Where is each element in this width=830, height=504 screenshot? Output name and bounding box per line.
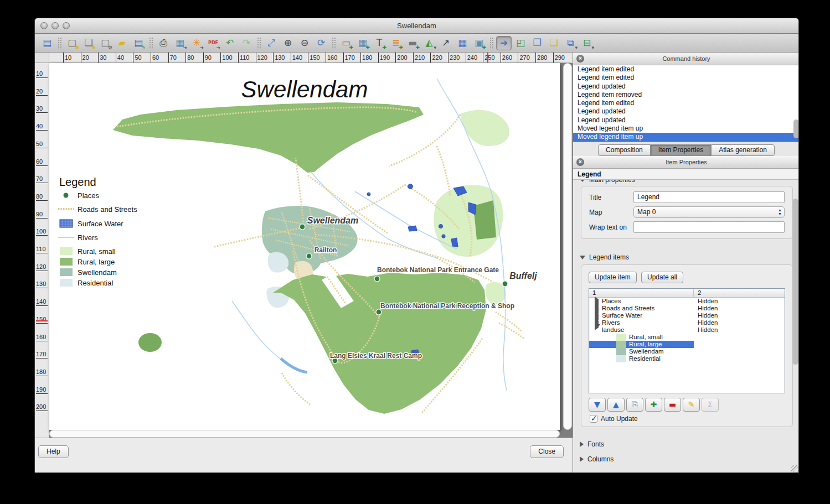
save-as-template-button[interactable]: ▤✎ [131, 36, 146, 50]
tree-row-roads[interactable]: Roads and Streets Hidden [589, 305, 785, 312]
export-pdf-button[interactable]: PDF➜ [205, 36, 221, 50]
new-composition-button[interactable]: ▢✱ [64, 36, 80, 50]
move-item-down-button[interactable]: ▼ [589, 398, 606, 412]
tree-child-swellendam[interactable]: Swellendam [589, 348, 785, 355]
history-item[interactable]: Legend item edited [573, 74, 799, 82]
refresh-button[interactable]: ⟳ [313, 36, 329, 50]
command-history-list[interactable]: Legend item edited Legend item edited Le… [573, 65, 799, 142]
composition-page[interactable]: Swellendam [49, 63, 560, 430]
add-label-button[interactable]: T✚ [372, 36, 387, 50]
duplicate-composition-button[interactable]: ❏✱ [81, 36, 96, 50]
history-scrollbar[interactable] [792, 66, 799, 140]
history-item-selected[interactable]: Moved legend item up [573, 133, 799, 141]
tree-child-residential[interactable]: Residential [589, 355, 785, 362]
history-item[interactable]: Legend item edited [573, 65, 799, 74]
export-svg-button[interactable]: ✳➜ [189, 36, 204, 50]
expand-down-icon[interactable] [595, 328, 600, 334]
map-item[interactable]: Swellendam [49, 63, 560, 430]
label-rest-camp: Lang Elsies Kraal Rest Camp [330, 352, 422, 360]
help-button[interactable]: Help [38, 445, 69, 458]
item-properties-scrollbar[interactable] [791, 182, 798, 473]
add-arrow-icon: ↗ [442, 38, 450, 48]
close-button[interactable]: Close [530, 445, 564, 458]
add-shape-button[interactable]: ◭▾ [421, 36, 437, 50]
tree-row-places[interactable]: Places Hidden [589, 298, 785, 305]
zoom-out-button[interactable]: ⊖ [297, 36, 312, 50]
update-item-button[interactable]: Update item [589, 272, 637, 283]
composition-manager-button[interactable]: ▢⚙ [97, 36, 113, 50]
raise-items-icon: ⧉ [567, 38, 574, 48]
legend-items-section[interactable]: Legend items [580, 253, 799, 261]
composer-canvas[interactable]: Swellendam [49, 63, 573, 438]
wrap-text-input[interactable] [633, 221, 785, 233]
raise-items-button[interactable]: ⧉▾ [563, 36, 578, 50]
add-group-button[interactable]: ⎘ [626, 398, 643, 412]
add-attribute-table-button[interactable]: ▦ [455, 36, 470, 50]
count-symbol-button[interactable]: Σ [702, 398, 719, 412]
color-swatch [616, 355, 626, 362]
add-image-button[interactable]: ▦✚ [355, 36, 370, 50]
redo-button[interactable]: ↷ [239, 36, 254, 50]
add-scalebar-button[interactable]: ▬✚ [405, 36, 420, 50]
select-move-item-button[interactable]: ➜ [496, 36, 512, 50]
save-project-button[interactable]: ▤ [39, 36, 55, 50]
history-item[interactable]: Legend updated [573, 116, 799, 124]
tree-row-landuse[interactable]: landuse Hidden [589, 326, 785, 334]
print-button[interactable]: ⎙ [156, 36, 171, 50]
add-html-frame-button[interactable]: ▣✚ [471, 36, 487, 50]
collapsed-triangle-icon [580, 456, 584, 462]
zoom-in-icon: ⊕ [284, 38, 292, 48]
main-properties-section[interactable]: Main properties [580, 180, 799, 184]
zoom-full-button[interactable]: ⤢ [264, 36, 279, 50]
history-item[interactable]: Legend updated [573, 82, 799, 91]
tree-child-rural-small[interactable]: Rural, small [589, 334, 785, 341]
titlebar: Swellendam [35, 18, 798, 34]
history-item[interactable]: Legend updated [573, 107, 799, 116]
tree-row-surface-water[interactable]: Surface Water Hidden [589, 312, 785, 319]
item-properties-scroll-area[interactable]: Main properties Title Legend Map Map 0 ▲… [573, 180, 799, 473]
history-item[interactable]: Moved legend item up [573, 124, 799, 133]
park-block-area [473, 200, 496, 240]
group-items-button[interactable]: ❐ [529, 36, 545, 50]
canvas-vertical-scrollbar[interactable] [563, 63, 572, 430]
tab-composition[interactable]: Composition [598, 144, 651, 156]
add-arrow-button[interactable]: ↗ [438, 36, 453, 50]
history-item[interactable]: Legend item removed [573, 91, 799, 99]
edit-item-button[interactable]: ✎ [683, 398, 700, 412]
history-item[interactable]: Legend item edited [573, 99, 799, 107]
add-label-icon: T [377, 38, 382, 48]
map-title-label[interactable]: Swellendam [241, 76, 368, 102]
load-from-template-button[interactable]: ▰ [114, 36, 130, 50]
tree-child-rural-large-selected[interactable]: Rural, large [589, 341, 785, 348]
toolbar-separator [149, 37, 153, 49]
zoom-in-button[interactable]: ⊕ [280, 36, 296, 50]
tab-atlas-generation[interactable]: Atlas generation [711, 144, 775, 156]
remove-item-button[interactable]: ▬ [664, 398, 681, 412]
move-item-up-button[interactable]: ▲ [607, 398, 625, 412]
tab-item-properties[interactable]: Item Properties [651, 144, 711, 156]
undo-button[interactable]: ↶ [222, 36, 238, 50]
canvas-horizontal-scrollbar[interactable] [49, 430, 560, 438]
add-map-button[interactable]: ▭✚ [338, 36, 354, 50]
add-item-button[interactable]: ✚ [645, 398, 662, 412]
resize-grip[interactable] [791, 465, 798, 472]
toolbar-separator [257, 37, 261, 49]
move-item-content-button[interactable]: ◰ [513, 36, 528, 50]
align-items-button[interactable]: ⊟▾ [579, 36, 595, 50]
map-select[interactable]: Map 0 ▲▼ [633, 206, 785, 218]
page-legend-item[interactable]: Legend Places Roads and Streets Surface … [58, 176, 137, 287]
cursor-position-marker-y [36, 320, 48, 321]
update-all-button[interactable]: Update all [641, 272, 683, 283]
zoom-out-icon: ⊖ [301, 38, 308, 48]
page-legend-title: Legend [59, 176, 96, 188]
ungroup-items-button[interactable]: ❏ [546, 36, 561, 50]
tree-row-rivers[interactable]: Rivers Hidden [589, 319, 785, 326]
legend-items-tree[interactable]: 1 2 Places Hidden Roads and Streets Hidd… [589, 288, 785, 393]
export-image-button[interactable]: ▦➜ [172, 36, 188, 50]
auto-update-checkbox[interactable] [590, 415, 597, 423]
columns-section[interactable]: Columns [580, 455, 799, 463]
add-legend-button[interactable]: ≣✚ [388, 36, 404, 50]
residential-swatch [60, 279, 73, 287]
fonts-section[interactable]: Fonts [580, 440, 799, 448]
title-input[interactable]: Legend [633, 191, 785, 203]
